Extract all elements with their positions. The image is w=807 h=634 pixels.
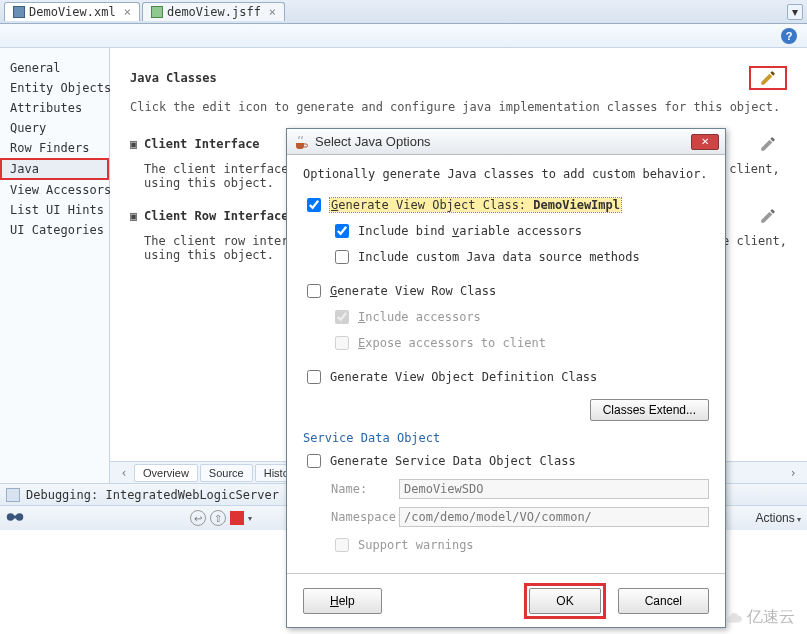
include-bind-variable-checkbox[interactable] [335,224,349,238]
dialog-footer: Help OK Cancel [287,573,725,627]
checkbox-label: Expose accessors to client [358,336,546,350]
up-button[interactable]: ⇧ [210,510,226,526]
dropdown-icon[interactable]: ▾ [248,514,252,523]
checkbox-label: Generate Service Data Object Class [330,454,576,468]
expose-accessors-row: Expose accessors to client [331,333,709,353]
checkbox-label: Include bind variable accessors [358,224,582,238]
edit-client-interface-button[interactable] [749,132,787,156]
editor-tab-demoview-xml[interactable]: DemoView.xml × [4,2,140,21]
checkbox-label: Generate View Object Class: DemoViewImpl [331,198,620,212]
include-accessors-checkbox [335,310,349,324]
classes-extend-button[interactable]: Classes Extend... [590,399,709,421]
sdo-name-input [399,479,709,499]
page-hint: Click the edit icon to generate and conf… [130,100,787,114]
generate-definition-class-row: Generate View Object Definition Class [303,367,709,387]
checkbox-label: Include custom Java data source methods [358,250,640,264]
java-icon [293,134,309,150]
sdo-namespace-row: Namespace: [331,507,709,527]
ok-button[interactable]: OK [529,588,600,614]
select-java-options-dialog: Select Java Options ✕ Optionally generat… [286,128,726,628]
include-custom-java-row: Include custom Java data source methods [331,247,709,267]
tab-list-dropdown[interactable]: ▾ [787,4,803,20]
generate-view-object-class-checkbox[interactable] [307,198,321,212]
log-title: Debugging: IntegratedWebLogicServer - Lo… [26,488,322,502]
dialog-intro: Optionally generate Java classes to add … [303,167,709,181]
editor-tab-label: demoView.jsff [167,5,261,19]
sdo-name-row: Name: [331,479,709,499]
checkbox-label: Generate View Object Definition Class [330,370,597,384]
sidebar-item-query[interactable]: Query [0,118,109,138]
tab-overview[interactable]: Overview [134,464,198,482]
log-icon [6,488,20,502]
xml-file-icon [13,6,25,18]
dialog-close-button[interactable]: ✕ [691,134,719,150]
checkbox-label: Support warnings [358,538,474,552]
dialog-titlebar[interactable]: Select Java Options ✕ [287,129,725,155]
help-icon[interactable]: ? [781,28,797,44]
checkbox-label: Generate View Row Class [330,284,496,298]
dialog-body: Optionally generate Java classes to add … [287,155,725,573]
pencil-icon [759,207,777,225]
close-tab-icon[interactable]: × [124,5,131,19]
page-title: Java Classes [130,71,217,85]
generate-sdo-class-row: Generate Service Data Object Class [303,451,709,471]
sidebar-item-list-ui-hints[interactable]: List UI Hints [0,200,109,220]
watermark: 亿速云 [725,607,795,628]
sidebar-item-general[interactable]: General [0,58,109,78]
pencil-icon [759,69,777,87]
generate-definition-class-checkbox[interactable] [307,370,321,384]
collapse-icon[interactable]: ▣ [130,209,140,223]
edit-java-classes-button[interactable] [749,66,787,90]
checkbox-label: Include accessors [358,310,481,324]
pencil-icon [759,135,777,153]
field-label: Namespace: [331,510,391,524]
binoculars-icon [6,511,24,523]
sidebar-item-entity-objects[interactable]: Entity Objects [0,78,109,98]
service-data-object-heading: Service Data Object [303,431,709,445]
help-button[interactable]: Help [303,588,382,614]
cancel-button[interactable]: Cancel [618,588,709,614]
sidebar-item-ui-categories[interactable]: UI Categories [0,220,109,240]
generate-view-object-class-row: Generate View Object Class: DemoViewImpl [303,195,709,215]
cloud-icon [725,609,743,627]
collapse-icon[interactable]: ▣ [130,137,140,151]
scroll-right-icon[interactable]: › [785,466,801,480]
sidebar-item-java[interactable]: Java [0,158,109,180]
generate-view-row-class-row: Generate View Row Class [303,281,709,301]
generate-view-row-class-checkbox[interactable] [307,284,321,298]
side-nav: General Entity Objects Attributes Query … [0,48,110,483]
editor-tab-label: DemoView.xml [29,5,116,19]
editor-tab-demoview-jsff[interactable]: demoView.jsff × [142,2,285,21]
sidebar-item-view-accessors[interactable]: View Accessors [0,180,109,200]
support-warnings-row: Support warnings [331,535,709,555]
sdo-namespace-input [399,507,709,527]
include-accessors-row: Include accessors [331,307,709,327]
editor-tab-bar: DemoView.xml × demoView.jsff × ▾ [0,0,807,24]
editor-toolbar: ? [0,24,807,48]
stop-button[interactable] [230,511,244,525]
sidebar-item-row-finders[interactable]: Row Finders [0,138,109,158]
svg-rect-2 [13,516,18,519]
dialog-title: Select Java Options [315,134,685,149]
scroll-left-icon[interactable]: ‹ [116,466,132,480]
generate-sdo-class-checkbox[interactable] [307,454,321,468]
include-bind-variable-row: Include bind variable accessors [331,221,709,241]
expose-accessors-checkbox [335,336,349,350]
close-tab-icon[interactable]: × [269,5,276,19]
actions-menu[interactable]: Actions ▾ [755,511,801,525]
edit-client-row-interface-button[interactable] [749,204,787,228]
jsff-file-icon [151,6,163,18]
sidebar-item-attributes[interactable]: Attributes [0,98,109,118]
support-warnings-checkbox [335,538,349,552]
find-icon[interactable] [6,511,24,525]
include-custom-java-checkbox[interactable] [335,250,349,264]
field-label: Name: [331,482,391,496]
tab-source[interactable]: Source [200,464,253,482]
prev-button[interactable]: ↩ [190,510,206,526]
